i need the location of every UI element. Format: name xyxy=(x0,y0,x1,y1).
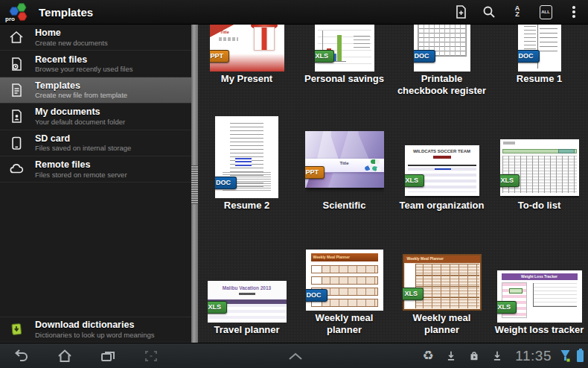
thumb-decor xyxy=(219,37,238,41)
back-icon xyxy=(13,348,31,364)
sidebar-item-sublabel: Create new file from template xyxy=(35,91,127,99)
thumb-decor xyxy=(509,288,523,294)
template-tile-personal-savings[interactable]: XLS Personal savings xyxy=(295,25,393,99)
template-name: Resume 1 xyxy=(517,73,562,85)
thumb-decor xyxy=(254,27,275,51)
sidebar-item-recent-files[interactable]: Recent files Browse your recently used f… xyxy=(0,51,191,77)
template-tile-resume-1[interactable]: DOC Resume 1 xyxy=(490,25,588,99)
file-type-badge: DOC xyxy=(414,50,435,63)
template-grid: Title PPT My Present XLS Personal saving… xyxy=(198,25,588,343)
sidebar-item-label: Download dictionaries xyxy=(35,320,155,330)
download-status-icon xyxy=(443,348,459,364)
template-thumbnail: WILDCATS SOCCER TEAM XLS xyxy=(405,145,479,196)
expand-panel-handle[interactable] xyxy=(284,343,307,368)
sidebar-item-label: Recent files xyxy=(35,54,132,65)
thumb-decor xyxy=(317,131,339,161)
template-tile-my-present[interactable]: Title PPT My Present xyxy=(198,25,295,99)
template-name: Printable checkbook register xyxy=(396,73,488,98)
thumb-decor xyxy=(405,264,479,308)
templates-icon xyxy=(7,80,26,100)
app-screen: pro Templates A Z ALL xyxy=(0,0,588,368)
template-tile-resume-2[interactable]: DOC Resume 2 xyxy=(198,99,295,244)
page-title: Templates xyxy=(39,6,93,19)
sidebar-item-templates[interactable]: Templates Create new file from template xyxy=(0,77,191,104)
file-type-badge: DOC xyxy=(215,177,237,189)
template-thumbnail: XLS xyxy=(500,139,579,196)
file-type-badge: XLS xyxy=(208,301,228,314)
file-type-badge: XLS xyxy=(497,301,517,314)
sidebar-item-sd-card[interactable]: SD card Files saved on internal storage xyxy=(0,130,191,156)
template-thumbnail: Weight Loss Tracker XLS xyxy=(497,270,582,323)
drag-grip-icon xyxy=(191,165,198,204)
sidebar-item-label: Home xyxy=(35,28,108,38)
officesuite-pro-logo-icon[interactable]: pro xyxy=(4,1,31,23)
thumb-title: Weight Loss Tracker xyxy=(497,274,582,279)
template-thumbnail: DOC xyxy=(518,25,561,72)
thumb-decor xyxy=(533,283,577,307)
home-nav-icon xyxy=(56,348,74,364)
template-name: Personal savings xyxy=(304,73,384,85)
sidebar-item-my-documents[interactable]: My documents Your default document folde… xyxy=(0,104,191,130)
sidebar-item-sublabel: Files stored on remote server xyxy=(35,171,127,179)
sidebar-item-sublabel: Dictionaries to look up word meanings xyxy=(35,331,155,339)
sidebar-item-sublabel: Browse your recently used files xyxy=(35,65,132,73)
sort-button[interactable]: A Z xyxy=(503,0,531,25)
home-nav-button[interactable] xyxy=(43,343,86,368)
sort-az-icon: A Z xyxy=(515,6,520,17)
template-tile-scientific[interactable]: Title PPT Scientific xyxy=(295,99,393,244)
signal-status-icon xyxy=(560,348,570,364)
template-tile-to-do-list[interactable]: XLS To-do list xyxy=(490,99,588,244)
template-tile-weight-loss-tracker[interactable]: Weight Loss Tracker XLS Weight loss trac… xyxy=(490,244,588,343)
sidebar-item-label: SD card xyxy=(35,133,131,144)
cloud-icon xyxy=(7,159,26,179)
filter-all-icon: ALL xyxy=(540,5,552,19)
back-button[interactable] xyxy=(0,343,43,368)
template-tile-team-organization[interactable]: WILDCATS SOCCER TEAM XLS Team organizati… xyxy=(393,99,490,244)
file-type-badge: PPT xyxy=(305,166,325,179)
file-type-badge: XLS xyxy=(500,174,520,187)
template-thumbnail: Weekly Meal Planner DOC xyxy=(306,250,383,311)
sidebar-item-sublabel: Create new documents xyxy=(35,39,108,47)
clock: 11:35 xyxy=(515,348,552,364)
template-name: Weight loss tracker xyxy=(495,324,584,336)
sidebar-item-remote-files[interactable]: Remote files Files stored on remote serv… xyxy=(0,156,191,183)
dictionary-download-icon xyxy=(7,320,26,339)
filter-button[interactable]: ALL xyxy=(531,0,560,25)
thumb-decor xyxy=(311,276,378,285)
main-area: Home Create new documents Recent files B… xyxy=(0,25,588,343)
template-name: Weekly meal planner xyxy=(298,312,391,337)
file-type-badge: PPT xyxy=(210,50,230,63)
thumb-decor xyxy=(371,159,380,164)
pane-divider-handle[interactable] xyxy=(191,25,198,343)
thumb-decor xyxy=(235,158,252,168)
home-icon xyxy=(7,28,26,47)
template-thumbnail: Weekly Meal Planner XLS xyxy=(403,254,482,311)
sidebar-item-sublabel: Your default document folder xyxy=(35,118,125,126)
search-button[interactable] xyxy=(475,0,503,25)
thumb-title: WILDCATS SOCCER TEAM xyxy=(405,149,479,153)
file-type-badge: XLS xyxy=(405,174,425,187)
play-store-status-icon xyxy=(466,348,482,364)
overflow-menu-button[interactable] xyxy=(560,0,588,25)
file-type-badge: DOC xyxy=(306,289,327,302)
template-tile-printable-checkbook-register[interactable]: DOC Printable checkbook register xyxy=(393,25,490,99)
sidebar-item-download-dictionaries[interactable]: Download dictionaries Dictionaries to lo… xyxy=(0,317,191,343)
template-tile-travel-planner[interactable]: Malibu Vacation 2013 XLS Travel planner xyxy=(198,244,295,343)
thumb-decor xyxy=(433,156,451,159)
thumb-decor xyxy=(558,149,575,153)
template-tile-weekly-meal-planner-doc[interactable]: Weekly Meal Planner DOC Weekly meal plan… xyxy=(295,244,393,343)
new-document-button[interactable] xyxy=(447,0,475,25)
logo-pro-text: pro xyxy=(5,16,15,22)
screenshot-button[interactable] xyxy=(130,343,173,368)
template-thumbnail: Title PPT xyxy=(210,25,284,72)
recent-apps-button[interactable] xyxy=(86,343,130,368)
status-tray[interactable]: ♻ 11:35 xyxy=(420,348,588,364)
thumb-title: Malibu Vacation 2013 xyxy=(208,285,287,291)
screenshot-icon xyxy=(142,348,160,364)
template-name: Scientific xyxy=(323,200,366,212)
sidebar-item-home[interactable]: Home Create new documents xyxy=(0,25,191,51)
thumb-decor xyxy=(311,265,378,273)
template-tile-weekly-meal-planner-xls[interactable]: Weekly Meal Planner XLS Weekly meal plan… xyxy=(393,244,490,343)
overflow-menu-icon xyxy=(572,6,575,18)
template-name: Team organization xyxy=(400,200,485,212)
